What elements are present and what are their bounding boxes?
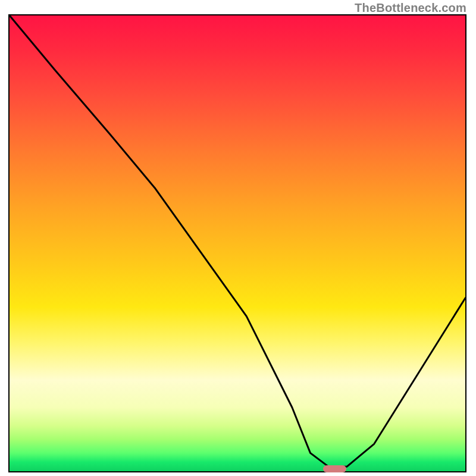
bottleneck-curve [10,15,465,471]
optimal-marker [323,465,346,472]
curve-path [10,15,465,466]
chart-frame [8,14,466,472]
watermark-text: TheBottleneck.com [355,1,466,15]
